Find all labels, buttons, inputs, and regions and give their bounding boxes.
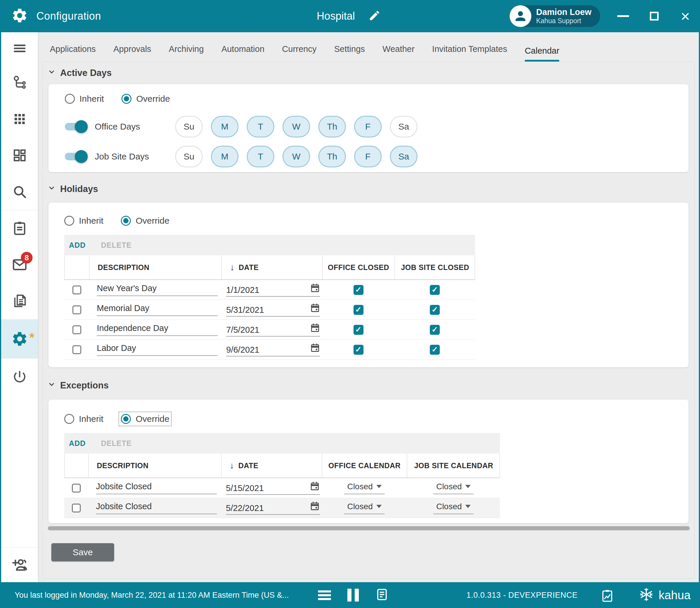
tab[interactable]: Calendar — [525, 46, 559, 61]
day-pill[interactable]: T — [247, 116, 274, 137]
sidebar-item-configuration[interactable]: * — [1, 319, 38, 359]
day-pill[interactable]: W — [282, 116, 310, 137]
date-field[interactable]: 5/22/2021 — [226, 501, 320, 515]
save-button[interactable]: Save — [51, 543, 114, 562]
inherit-radio-group[interactable]: Inherit — [64, 414, 103, 424]
sidebar-item-messages[interactable]: 8 — [1, 247, 38, 283]
calendar-icon[interactable] — [310, 343, 320, 355]
office-days-toggle[interactable] — [65, 120, 87, 133]
description-field[interactable]: New Year's Day — [97, 284, 218, 296]
description-field[interactable]: Labor Day — [97, 343, 218, 356]
sidebar-item-invite-users[interactable] — [1, 548, 38, 582]
day-pill[interactable]: W — [282, 146, 310, 167]
close-button[interactable]: × — [679, 10, 692, 23]
override-radio-group[interactable]: Override — [121, 414, 169, 424]
horizontal-scrollbar[interactable] — [48, 526, 690, 530]
description-field[interactable]: Memorial Day — [97, 303, 218, 316]
date-field[interactable]: 5/31/2021 — [226, 303, 320, 317]
office-closed-checkbox[interactable] — [353, 345, 364, 355]
office-closed-checkbox[interactable] — [353, 285, 364, 295]
day-pill[interactable]: T — [247, 146, 274, 167]
office-closed-checkbox[interactable] — [353, 305, 364, 315]
description-field[interactable]: Jobsite Closed — [96, 501, 217, 514]
job-site-calendar-header[interactable]: JOB SITE CALENDAR — [407, 454, 500, 478]
maximize-button[interactable] — [648, 10, 661, 23]
select-all-header[interactable] — [65, 454, 89, 478]
sidebar-item-apps[interactable] — [1, 101, 38, 137]
tab[interactable]: Archiving — [169, 44, 204, 61]
job-site-closed-checkbox[interactable] — [430, 325, 440, 335]
day-pill[interactable]: Th — [318, 116, 346, 137]
row-checkbox[interactable] — [72, 305, 81, 314]
log-list-icon[interactable] — [318, 590, 331, 600]
job-site-days-toggle[interactable] — [65, 150, 87, 163]
date-field[interactable]: 1/1/2021 — [226, 283, 320, 297]
day-pill[interactable]: M — [211, 116, 239, 137]
date-header[interactable]: ↓DATE — [221, 454, 322, 478]
day-pill[interactable]: Th — [318, 146, 346, 167]
active-days-section-header[interactable]: Active Days — [47, 66, 690, 79]
tab[interactable]: Applications — [50, 44, 96, 61]
row-checkbox[interactable] — [72, 286, 81, 294]
job-site-calendar-select[interactable]: Closed — [433, 502, 474, 514]
exceptions-section-header[interactable]: Exceptions — [47, 379, 690, 392]
inherit-radio-group[interactable]: Inherit — [64, 216, 103, 226]
date-field[interactable]: 5/15/2021 — [226, 481, 320, 495]
delete-button[interactable]: DELETE — [101, 439, 132, 448]
edit-pencil-icon[interactable] — [368, 10, 381, 23]
calendar-icon[interactable] — [310, 283, 320, 295]
job-site-closed-header[interactable]: JOB SITE CLOSED — [395, 255, 475, 279]
day-pill[interactable]: F — [354, 146, 382, 167]
description-header[interactable]: DESCRIPTION — [89, 454, 221, 478]
day-pill[interactable]: Sa — [390, 116, 418, 137]
office-calendar-header[interactable]: OFFICE CALENDAR — [322, 454, 407, 478]
tab[interactable]: Settings — [334, 44, 365, 61]
sidebar-item-search[interactable] — [1, 174, 38, 210]
inherit-radio[interactable] — [65, 94, 75, 104]
inherit-radio[interactable] — [64, 414, 74, 424]
day-pill[interactable]: F — [354, 116, 382, 137]
date-header[interactable]: ↓DATE — [222, 255, 323, 279]
override-radio[interactable] — [122, 94, 131, 104]
tab[interactable]: Weather — [383, 44, 415, 61]
inherit-radio-group[interactable]: Inherit — [65, 94, 104, 104]
user-chip[interactable]: Damion Loew Kahua Support — [510, 5, 600, 27]
row-checkbox[interactable] — [72, 484, 81, 493]
calendar-icon[interactable] — [310, 501, 320, 513]
tab[interactable]: Approvals — [113, 44, 151, 61]
document-log-icon[interactable] — [375, 588, 389, 603]
sidebar-item-dashboard[interactable] — [1, 137, 38, 174]
add-button[interactable]: ADD — [69, 241, 86, 249]
sidebar-item-tasks[interactable] — [1, 210, 38, 247]
calendar-icon[interactable] — [310, 303, 320, 315]
job-site-closed-checkbox[interactable] — [430, 305, 440, 315]
day-pill[interactable]: Sa — [390, 146, 418, 167]
tab[interactable]: Automation — [221, 44, 265, 61]
description-field[interactable]: Jobsite Closed — [96, 482, 217, 494]
row-checkbox[interactable] — [72, 504, 81, 512]
sidebar-item-hierarchy[interactable] — [1, 64, 38, 101]
minimize-button[interactable] — [617, 10, 630, 23]
office-calendar-select[interactable]: Closed — [344, 502, 384, 514]
report-clipboard-icon[interactable] — [600, 589, 614, 604]
date-field[interactable]: 7/5/2021 — [226, 323, 320, 337]
job-site-closed-checkbox[interactable] — [430, 285, 440, 295]
row-checkbox[interactable] — [72, 345, 81, 354]
row-checkbox[interactable] — [72, 325, 81, 334]
tab[interactable]: Currency — [282, 44, 316, 61]
sidebar-menu-button[interactable] — [1, 32, 38, 64]
job-site-calendar-select[interactable]: Closed — [433, 482, 474, 494]
override-radio[interactable] — [121, 216, 131, 226]
inherit-radio[interactable] — [64, 216, 74, 226]
override-radio-group[interactable]: Override — [122, 94, 170, 104]
select-all-header[interactable] — [65, 255, 90, 279]
office-closed-checkbox[interactable] — [353, 325, 364, 335]
description-field[interactable]: Independence Day — [97, 323, 218, 336]
date-field[interactable]: 9/6/2021 — [226, 343, 320, 357]
tab[interactable]: Invitation Templates — [432, 44, 507, 61]
holidays-section-header[interactable]: Holidays — [47, 183, 690, 195]
override-radio-group[interactable]: Override — [121, 216, 169, 226]
sidebar-item-documents[interactable] — [1, 283, 38, 319]
add-button[interactable]: ADD — [69, 439, 86, 448]
job-site-closed-checkbox[interactable] — [430, 345, 440, 355]
